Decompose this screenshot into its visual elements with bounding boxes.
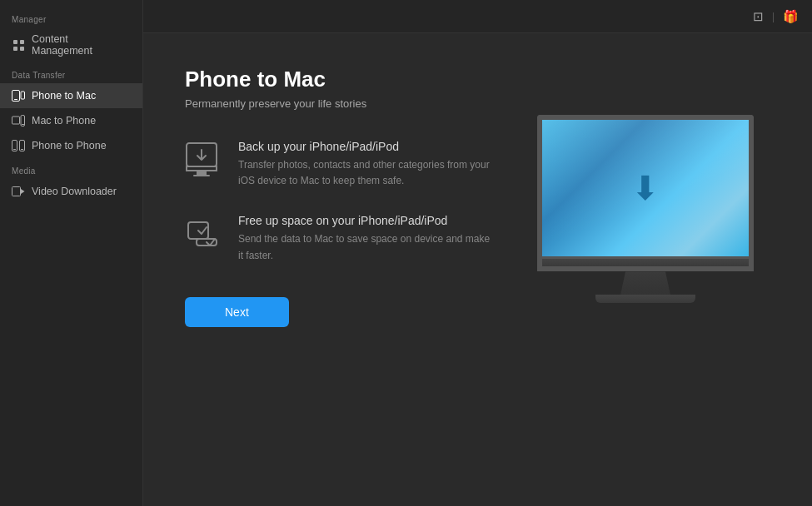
svg-marker-15: [21, 189, 25, 194]
monitor-screen: ⬇: [537, 115, 754, 256]
sidebar-item-phone-to-phone[interactable]: Phone to Phone: [0, 133, 142, 158]
mac-monitor: ⬇: [537, 115, 754, 303]
svg-rect-19: [193, 175, 210, 176]
sidebar-item-mac-to-phone[interactable]: Mac to Phone: [0, 108, 142, 133]
next-button[interactable]: Next: [185, 297, 289, 327]
phone-mac-icon: [12, 89, 25, 102]
sidebar-label-mac-to-phone: Mac to Phone: [32, 115, 96, 126]
video-icon: [12, 185, 25, 198]
sidebar-item-phone-to-mac[interactable]: Phone to Mac: [0, 83, 142, 108]
content-left: Phone to Mac Permanently preserve your l…: [185, 67, 496, 327]
svg-rect-3: [20, 47, 24, 51]
sidebar-item-content-management[interactable]: Content Management: [0, 27, 142, 62]
svg-rect-18: [197, 171, 207, 175]
feature-free-space-title: Free up space on your iPhone/iPad/iPod: [238, 214, 496, 227]
sidebar-label-video-downloader: Video Downloader: [32, 186, 117, 197]
gift-icon[interactable]: 🎁: [783, 9, 799, 24]
illustration-area: ⬇: [521, 58, 770, 327]
tablet-icon[interactable]: ⊡: [753, 9, 764, 24]
svg-rect-7: [12, 117, 20, 124]
feature-backup-desc: Transfer photos, contacts and other cate…: [238, 157, 496, 189]
backup-icon: [185, 140, 223, 178]
svg-rect-17: [187, 166, 217, 171]
sidebar: Manager Content Management Data Transfer…: [0, 0, 143, 506]
page-subtitle: Permanently preserve your life stories: [185, 97, 496, 110]
sidebar-label-phone-to-phone: Phone to Phone: [32, 140, 107, 151]
svg-rect-14: [12, 187, 21, 196]
sidebar-label-content-management: Content Management: [32, 33, 131, 57]
feature-backup-title: Back up your iPhone/iPad/iPod: [238, 140, 496, 153]
transfer-section-label: Data Transfer: [0, 62, 142, 83]
feature-free-space-text: Free up space on your iPhone/iPad/iPod S…: [238, 214, 496, 263]
mac-phone-icon: [12, 114, 25, 127]
feature-free-space-desc: Send the data to Mac to save space on de…: [238, 231, 496, 263]
feature-backup: Back up your iPhone/iPad/iPod Transfer p…: [185, 140, 496, 189]
topbar-divider: |: [772, 11, 775, 22]
sidebar-item-video-downloader[interactable]: Video Downloader: [0, 179, 142, 204]
download-icon: ⬇: [631, 169, 660, 207]
media-section-label: Media: [0, 158, 142, 179]
content-area: Phone to Mac Permanently preserve your l…: [143, 33, 812, 360]
page-title: Phone to Mac: [185, 67, 496, 92]
monitor-bezel-bottom: [537, 256, 754, 271]
monitor-stand: [620, 271, 670, 295]
svg-rect-5: [21, 92, 25, 99]
svg-rect-1: [20, 40, 24, 44]
phone-phone-icon: [12, 139, 25, 152]
free-space-icon: [185, 214, 223, 252]
feature-backup-text: Back up your iPhone/iPad/iPod Transfer p…: [238, 140, 496, 189]
feature-free-space: Free up space on your iPhone/iPad/iPod S…: [185, 214, 496, 263]
manager-section-label: Manager: [0, 7, 142, 27]
grid-icon: [12, 38, 25, 52]
sidebar-label-phone-to-mac: Phone to Mac: [32, 90, 96, 102]
svg-rect-0: [13, 40, 17, 44]
main-area: ⊡ | 🎁 Phone to Mac Permanently preserve …: [143, 0, 812, 506]
monitor-base: [595, 295, 695, 303]
svg-rect-2: [13, 47, 17, 51]
topbar: ⊡ | 🎁: [143, 0, 812, 33]
